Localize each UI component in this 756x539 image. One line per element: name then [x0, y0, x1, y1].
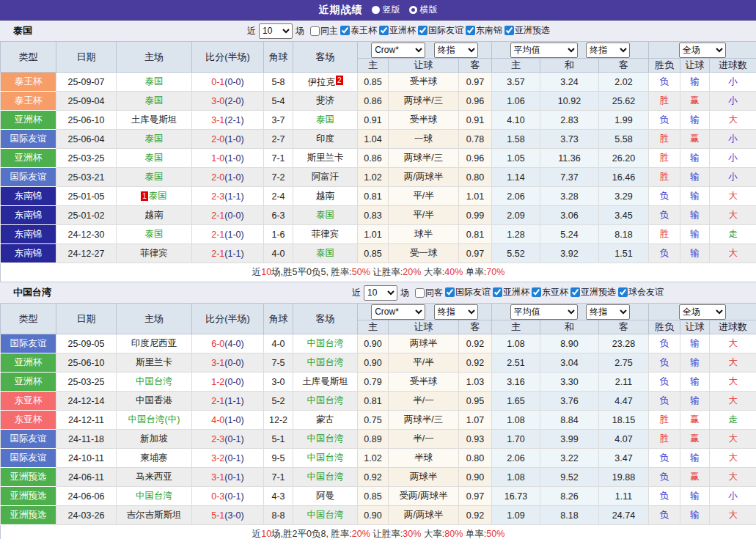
- match-date: 25-03-25: [56, 149, 117, 168]
- league-checkbox[interactable]: [418, 26, 427, 35]
- odds-stage-select[interactable]: 终指: [434, 304, 478, 320]
- league-filter[interactable]: 亚洲预选: [504, 24, 550, 37]
- col-home: 主场: [117, 42, 192, 73]
- avg-draw-cell: 3.76: [540, 392, 599, 411]
- league-checkbox[interactable]: [466, 26, 475, 35]
- league-checkbox[interactable]: [493, 287, 502, 297]
- table-row: 国际友谊24-10-11柬埔寨3-2(0-1)9-5中国台湾1.02半球0.80…: [1, 449, 756, 468]
- same-venue-checkbox[interactable]: [415, 288, 425, 298]
- league-checkbox[interactable]: [570, 287, 580, 297]
- result-goals-cell: 小: [710, 168, 756, 187]
- league-checkbox[interactable]: [445, 287, 455, 297]
- avg-away-cell: 25.62: [599, 92, 649, 111]
- league-filter[interactable]: 亚洲杯: [379, 24, 416, 37]
- odds-away-cell: 0.92: [459, 506, 492, 525]
- vertical-layout-radio[interactable]: 竖版: [372, 4, 400, 16]
- score-cell: 0-3(0-1): [192, 487, 264, 506]
- average-select[interactable]: 平均值: [510, 304, 578, 320]
- result-goals-cell: 小: [710, 73, 756, 92]
- away-team: 斐济: [293, 92, 358, 111]
- odds-home-cell: 0.90: [358, 334, 389, 353]
- match-count-select[interactable]: 10: [364, 285, 397, 301]
- horizontal-layout-radio[interactable]: 横版: [409, 4, 438, 16]
- odds-stage-select[interactable]: 终指: [434, 43, 478, 58]
- near-label: 近: [247, 25, 256, 37]
- summary-row: 近10场,胜5平0负5, 胜率:50% 让胜率:20% 大率:40% 单率:70…: [1, 263, 756, 282]
- table-row: 东亚杯24-12-14中国香港2-1(1-1)5-2中国台湾0.81半/一0.9…: [1, 392, 756, 411]
- avg-draw-cell: 8.26: [540, 487, 599, 506]
- result-goals-cell: 大: [710, 334, 756, 353]
- league-checkbox[interactable]: [379, 26, 389, 35]
- avg-home-cell: 1.70: [492, 430, 540, 449]
- odds-away-cell: 0.91: [459, 111, 492, 130]
- odds-handicap-cell: 半/一: [389, 392, 459, 411]
- odds-home-cell: 0.92: [358, 468, 389, 487]
- away-team: 中国台湾: [293, 430, 358, 449]
- average-stage-select[interactable]: 终指: [586, 304, 630, 320]
- col-result-handicap: 让球: [680, 320, 710, 334]
- match-date: 24-12-30: [56, 225, 117, 244]
- score-cell: 3-1(2-1): [192, 111, 264, 130]
- col-odds-away: 客: [459, 59, 492, 73]
- league-filter[interactable]: 球会友谊: [618, 286, 664, 298]
- table-row: 亚洲预选24-06-06中国台湾0-3(0-1)4-3阿曼0.85受两/两球半0…: [1, 487, 756, 506]
- league-filter[interactable]: 东亚杯: [532, 286, 568, 298]
- same-venue-filter[interactable]: 同主: [310, 25, 338, 37]
- league-label: 国际友谊: [428, 24, 463, 37]
- result-handicap-cell: 输: [680, 225, 710, 244]
- league-filter[interactable]: 亚洲杯: [493, 286, 529, 298]
- same-venue-checkbox[interactable]: [310, 26, 320, 36]
- league-checkbox[interactable]: [532, 287, 541, 297]
- odds-home-cell: 0.85: [358, 244, 389, 263]
- odds-handicap-cell: 两球半/三: [389, 411, 459, 430]
- match-date: 25-03-21: [56, 168, 117, 187]
- league-checkbox[interactable]: [618, 287, 628, 297]
- score-cell: 0-1(0-0): [192, 73, 264, 92]
- match-type-badge: 亚洲预选: [1, 487, 56, 506]
- same-venue-filter[interactable]: 同客: [415, 287, 443, 299]
- result-wdl-cell: 胜: [649, 92, 680, 111]
- match-scope-select[interactable]: 全场: [679, 43, 726, 58]
- col-odds-handicap: 让球: [389, 320, 459, 334]
- odds-away-cell: 0.99: [459, 206, 492, 225]
- league-checkbox[interactable]: [504, 26, 514, 35]
- odds-handicap-cell: 一球: [389, 130, 459, 149]
- away-team: 土库曼斯坦: [293, 373, 358, 392]
- result-handicap-cell: 输: [680, 168, 710, 187]
- table-row: 亚洲预选24-06-11马来西亚3-1(0-1)7-1中国台湾0.92两球半0.…: [1, 468, 756, 487]
- league-filter[interactable]: 东南锦: [466, 24, 502, 37]
- odds-handicap-cell: 两球半/三: [389, 149, 459, 168]
- match-date: 24-12-11: [56, 411, 117, 430]
- league-checkbox[interactable]: [340, 26, 350, 35]
- result-goals-cell: 大: [710, 111, 756, 130]
- col-score: 比分(半场): [192, 304, 264, 334]
- odds-home-cell: 0.85: [358, 73, 389, 92]
- result-wdl-cell: 负: [649, 506, 680, 525]
- corner-cell: 5-1: [264, 430, 293, 449]
- games-label: 场: [296, 25, 304, 37]
- odds-home-cell: 1.01: [358, 225, 389, 244]
- score-cell: 2-1(1-1): [192, 244, 264, 263]
- odds-provider-select[interactable]: Crow*: [371, 43, 425, 58]
- match-count-select[interactable]: 10: [259, 23, 293, 39]
- summary-text: 近10场,胜5平0负5, 胜率:50% 让胜率:20% 大率:40% 单率:70…: [1, 263, 756, 282]
- corner-cell: 3-0: [264, 373, 293, 392]
- avg-home-cell: 1.08: [492, 411, 540, 430]
- league-filter[interactable]: 亚洲预选: [570, 286, 616, 298]
- average-stage-select[interactable]: 终指: [586, 43, 630, 58]
- match-type-badge: 国际友谊: [1, 449, 56, 468]
- score-cell: 2-1(1-1): [192, 392, 264, 411]
- result-wdl-cell: 胜: [649, 130, 680, 149]
- league-filter[interactable]: 国际友谊: [445, 286, 491, 298]
- league-filter[interactable]: 国际友谊: [418, 24, 463, 37]
- avg-away-cell: 2.75: [599, 353, 649, 373]
- average-select[interactable]: 平均值: [510, 43, 578, 58]
- odds-provider-select[interactable]: Crow*: [371, 304, 425, 320]
- away-team: 中国台湾: [293, 392, 358, 411]
- match-scope-select[interactable]: 全场: [679, 304, 726, 320]
- score-cell: 3-0(2-0): [192, 92, 264, 111]
- col-result-goals: 进球数: [710, 59, 756, 73]
- league-filter[interactable]: 泰王杯: [340, 24, 377, 37]
- table-row: 国际友谊24-11-18新加坡2-3(0-1)5-1中国台湾0.89半/一0.9…: [1, 430, 756, 449]
- corner-cell: 7-1: [264, 149, 293, 168]
